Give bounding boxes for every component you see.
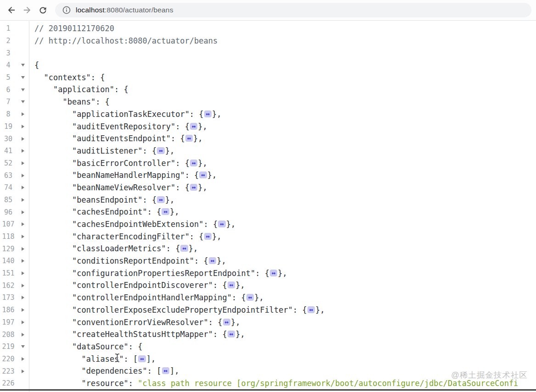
collapsed-content-pill[interactable]: ↔: [199, 171, 207, 178]
collapsed-content-pill[interactable]: ↔: [190, 123, 197, 130]
expand-toggle-icon[interactable]: [22, 357, 24, 361]
json-text: ,: [217, 232, 221, 241]
collapse-toggle-icon[interactable]: [21, 88, 25, 91]
expand-toggle-icon[interactable]: [22, 308, 24, 312]
collapsed-content-pill[interactable]: ↔: [307, 306, 315, 313]
expand-toggle-icon[interactable]: [22, 296, 24, 299]
collapsed-content-pill[interactable]: ↔: [228, 331, 235, 337]
collapse-toggle-icon[interactable]: [21, 76, 25, 79]
gutter-cell: [17, 370, 29, 373]
info-icon[interactable]: [61, 5, 72, 15]
collapsed-content-pill[interactable]: ↔: [157, 147, 164, 154]
collapsed-content-pill[interactable]: ↔: [138, 355, 145, 362]
json-text: "conventionErrorViewResolver":: [72, 318, 218, 327]
code-line: 7"beans": {: [0, 96, 536, 108]
expand-toggle-icon[interactable]: [22, 271, 24, 275]
code-text: "auditEventsEndpoint": {↔},: [29, 133, 203, 145]
code-line: 52"basicErrorController": {↔},: [0, 157, 536, 170]
expand-toggle-icon[interactable]: [22, 149, 24, 153]
code-text: "configurationPropertiesReportEndpoint":…: [29, 267, 287, 280]
json-text: ,: [151, 354, 156, 364]
collapse-toggle-icon[interactable]: [21, 64, 25, 66]
collapsed-content-pill[interactable]: ↔: [185, 135, 193, 142]
line-number: 186: [0, 306, 17, 314]
collapsed-content-pill[interactable]: ↔: [228, 282, 235, 288]
code-line: 118"characterEncodingFilter": {↔},: [0, 231, 536, 243]
expand-toggle-icon[interactable]: [22, 174, 24, 177]
collapsed-content-pill[interactable]: ↔: [270, 270, 277, 276]
collapsed-content-pill[interactable]: ↔: [223, 319, 230, 326]
line-number: 107: [0, 220, 17, 228]
collapsed-content-pill[interactable]: ↔: [204, 110, 212, 117]
line-number: 197: [0, 318, 17, 326]
line-number: 118: [0, 232, 17, 241]
json-text: "controllerExposeExcludePropertyEndpoint…: [72, 305, 302, 315]
forward-button[interactable]: [19, 2, 35, 18]
gutter-cell: [17, 259, 29, 263]
json-text: "beanNameHandlerMapping":: [72, 171, 194, 180]
collapsed-content-pill[interactable]: ↔: [180, 245, 188, 252]
expand-toggle-icon[interactable]: [22, 247, 24, 251]
json-text: ,: [198, 134, 202, 143]
gutter-divider: [29, 21, 29, 392]
expand-toggle-icon[interactable]: [22, 370, 24, 373]
collapsed-content-pill[interactable]: ↔: [162, 367, 169, 374]
expand-toggle-icon[interactable]: [22, 210, 24, 214]
code-text: "cachesEndpoint": {↔},: [29, 206, 179, 218]
back-button[interactable]: [4, 2, 19, 18]
code-line: 208"createHealthStatusHttpMapper": {↔},: [0, 328, 536, 341]
code-line: 4{: [0, 59, 536, 72]
json-text: "controllerEndpointDiscoverer":: [72, 281, 223, 290]
expand-toggle-icon[interactable]: [22, 259, 24, 263]
expand-toggle-icon[interactable]: [22, 320, 24, 324]
expand-toggle-icon[interactable]: [22, 284, 24, 287]
json-text: ,: [259, 293, 263, 302]
collapsed-content-pill[interactable]: ↔: [190, 184, 197, 191]
code-line: 173"controllerEndpointHandlerMapping": {…: [0, 292, 536, 304]
gutter-cell: [17, 161, 29, 165]
collapsed-content-pill[interactable]: ↔: [246, 294, 254, 301]
json-text: ,: [193, 244, 198, 253]
code-line: 223"dependencies": [↔],: [0, 365, 536, 377]
json-text: "characterEncodingFilter":: [72, 232, 199, 241]
collapsed-content-pill[interactable]: ↔: [209, 257, 216, 264]
expand-toggle-icon[interactable]: [22, 137, 24, 141]
collapsed-content-pill[interactable]: ↔: [218, 221, 225, 227]
code-line: 107"cachesEndpointWebExtension": {↔},: [0, 218, 536, 231]
json-text: "resource":: [82, 379, 138, 388]
expand-toggle-icon[interactable]: [22, 125, 24, 128]
line-number: 52: [0, 159, 17, 167]
line-number: 4: [0, 61, 17, 69]
expand-toggle-icon[interactable]: [22, 161, 24, 165]
json-text: "aliases":: [82, 354, 134, 364]
expand-toggle-icon[interactable]: [22, 198, 24, 202]
expand-toggle-icon[interactable]: [22, 333, 24, 337]
line-number: 226: [0, 379, 17, 387]
code-text: "auditEventRepository": {↔},: [29, 121, 207, 133]
expand-toggle-icon[interactable]: [22, 112, 24, 116]
json-text: "auditEventRepository":: [72, 122, 185, 131]
collapse-toggle-icon[interactable]: [21, 345, 25, 348]
collapsed-content-pill[interactable]: ↔: [157, 196, 164, 203]
url-path: :8080/actuator/beans: [105, 6, 173, 14]
line-number: 219: [0, 342, 17, 351]
gutter-cell: [17, 64, 29, 66]
address-bar[interactable]: localhost:8080/actuator/beans: [55, 3, 531, 17]
json-text: "beanNameViewResolver":: [72, 183, 185, 192]
collapsed-content-pill[interactable]: ↔: [204, 233, 212, 240]
expand-toggle-icon[interactable]: [22, 222, 24, 226]
expand-toggle-icon[interactable]: [22, 235, 24, 238]
expand-toggle-icon[interactable]: [22, 186, 24, 189]
collapsed-content-pill[interactable]: ↔: [162, 208, 169, 215]
line-number: 208: [0, 331, 17, 339]
reload-button[interactable]: [35, 2, 50, 18]
gutter-cell: [17, 308, 29, 312]
code-line: 162"controllerEndpointDiscoverer": {↔},: [0, 279, 536, 292]
collapsed-content-pill[interactable]: ↔: [190, 160, 197, 166]
json-text: ,: [217, 110, 221, 119]
json-viewer: 1// 201901121706202// http://localhost:8…: [0, 21, 536, 392]
line-number: 7: [0, 98, 17, 106]
code-text: "beans": {: [29, 96, 110, 108]
code-text: // http://localhost:8080/actuator/beans: [29, 35, 218, 47]
collapse-toggle-icon[interactable]: [21, 100, 25, 103]
